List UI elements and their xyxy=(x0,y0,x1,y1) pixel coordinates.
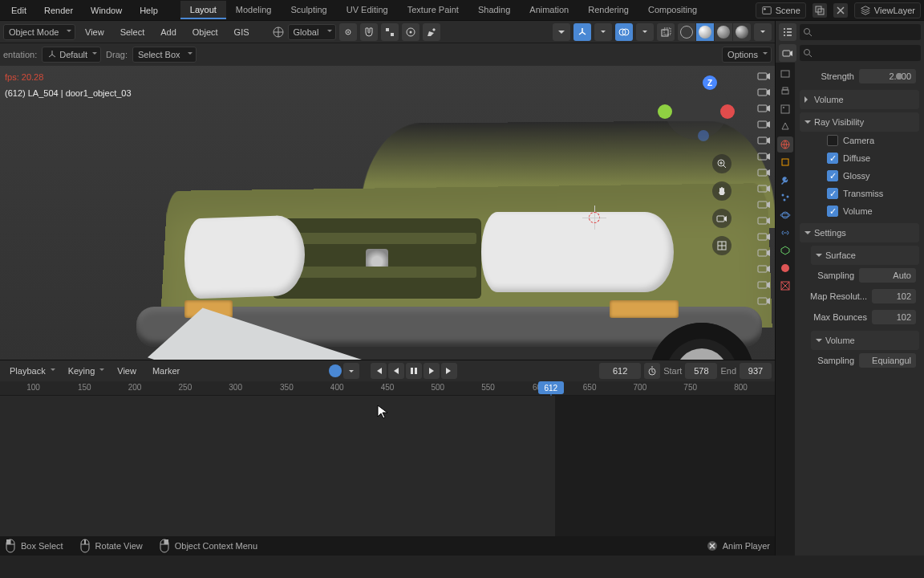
overlays-toggle[interactable] xyxy=(615,23,633,41)
glossy-checkbox[interactable] xyxy=(827,170,838,181)
autokey-toggle[interactable] xyxy=(329,364,342,377)
tab-data[interactable] xyxy=(777,242,793,258)
pause-button[interactable] xyxy=(406,363,422,379)
menu-render[interactable]: Render xyxy=(36,2,81,18)
map-resolution-field[interactable]: 102 xyxy=(872,289,916,303)
options-dropdown[interactable]: Options xyxy=(722,47,772,63)
tab-physics[interactable] xyxy=(777,207,793,223)
menu-help[interactable]: Help xyxy=(132,2,166,18)
gizmo-dropdown[interactable] xyxy=(594,23,612,41)
camera-restrict-icon[interactable] xyxy=(757,119,772,130)
camera-restrict-icon[interactable] xyxy=(757,295,772,307)
tab-viewlayer[interactable] xyxy=(777,101,793,117)
max-bounces-field[interactable]: 102 xyxy=(872,310,916,324)
menu-edit[interactable]: Edit xyxy=(3,2,34,18)
ws-compositing[interactable]: Compositing xyxy=(638,1,707,19)
hdr-add[interactable]: Add xyxy=(154,24,183,40)
snap-dropdown[interactable] xyxy=(381,23,399,41)
playback-menu[interactable]: Playback xyxy=(3,363,59,379)
camera-restrict-icon[interactable] xyxy=(757,247,772,258)
tab-world[interactable] xyxy=(777,136,793,153)
camera-restrict-icon[interactable] xyxy=(757,151,772,162)
outliner-display-mode[interactable] xyxy=(779,23,796,41)
camera-restrict-icon[interactable] xyxy=(757,263,772,275)
tl-view-menu[interactable]: View xyxy=(111,363,143,379)
camera-view-button[interactable] xyxy=(712,209,732,228)
end-frame-field[interactable]: 937 xyxy=(740,363,772,379)
next-keyframe-button[interactable] xyxy=(424,363,440,379)
camera-restrict-icon[interactable] xyxy=(757,199,772,210)
prev-keyframe-button[interactable] xyxy=(388,363,404,379)
camera-restrict-icon[interactable] xyxy=(757,135,772,146)
tab-constraints[interactable] xyxy=(777,225,793,241)
camera-restrict-icon[interactable] xyxy=(757,231,772,242)
playhead[interactable]: 612 xyxy=(538,381,564,394)
settings-panel-header[interactable]: Settings xyxy=(800,223,919,242)
axis-x[interactable] xyxy=(720,104,735,119)
drag-dropdown[interactable]: Select Box xyxy=(132,47,197,63)
tl-marker-menu[interactable]: Marker xyxy=(146,363,186,379)
volume-panel-header[interactable]: Volume xyxy=(800,90,919,109)
mode-dropdown[interactable]: Object Mode xyxy=(3,24,75,40)
axis-y[interactable] xyxy=(658,104,672,119)
shading-rendered[interactable] xyxy=(733,23,751,41)
xray-toggle[interactable] xyxy=(657,23,675,41)
camera-restrict-icon[interactable] xyxy=(757,279,772,291)
tab-output[interactable] xyxy=(777,83,793,100)
scene-delete-button[interactable] xyxy=(833,3,848,18)
scene-selector[interactable]: Scene xyxy=(756,2,806,18)
autokey-dropdown[interactable] xyxy=(343,363,359,379)
volume-subpanel-header[interactable]: Volume xyxy=(811,331,919,350)
ws-layout[interactable]: Layout xyxy=(180,1,226,19)
shading-matprev[interactable] xyxy=(715,23,732,41)
keying-menu[interactable]: Keying xyxy=(62,363,108,379)
outliner-search[interactable] xyxy=(800,24,921,40)
hdr-view[interactable]: View xyxy=(79,24,111,40)
jump-start-button[interactable] xyxy=(371,363,387,379)
tab-object[interactable] xyxy=(777,154,793,170)
camera-checkbox[interactable] xyxy=(827,135,838,146)
viewport-3d[interactable]: fps: 20.28 (612) LA_504 | door1_object_0… xyxy=(0,66,775,360)
shading-dropdown[interactable] xyxy=(754,23,772,41)
camera-restrict-icon[interactable] xyxy=(757,71,772,82)
volume-checkbox[interactable] xyxy=(827,206,838,217)
start-frame-field[interactable]: 578 xyxy=(685,363,717,379)
ws-sculpting[interactable]: Sculpting xyxy=(281,1,336,19)
object-types-dropdown[interactable] xyxy=(553,23,570,41)
shading-solid[interactable] xyxy=(696,23,714,41)
persp-ortho-button[interactable] xyxy=(712,236,732,255)
orientation-dropdown[interactable]: Global xyxy=(288,24,336,40)
viewlayer-selector[interactable]: ViewLayer xyxy=(854,2,921,18)
camera-restrict-icon[interactable] xyxy=(757,103,772,114)
jump-end-button[interactable] xyxy=(441,363,457,379)
hdr-gis[interactable]: GIS xyxy=(228,24,256,40)
status-anim-player[interactable]: Anim Player xyxy=(707,540,770,552)
ws-rendering[interactable]: Rendering xyxy=(578,1,638,19)
snap-toggle[interactable] xyxy=(360,23,378,41)
tab-render[interactable] xyxy=(777,66,793,82)
axis-neg-z[interactable] xyxy=(698,130,709,141)
orientation-default-dropdown[interactable]: Default xyxy=(42,47,101,63)
tab-scene[interactable] xyxy=(777,119,793,135)
hdr-select[interactable]: Select xyxy=(114,24,152,40)
strength-slider[interactable]: 2.000 xyxy=(859,69,916,83)
tab-modifiers[interactable] xyxy=(777,172,793,188)
ws-modeling[interactable]: Modeling xyxy=(226,1,282,19)
annotation-toggle[interactable] xyxy=(423,23,440,41)
scene-new-button[interactable] xyxy=(813,3,827,18)
equiangular-field[interactable]: Equiangul xyxy=(859,353,916,368)
ws-texturepaint[interactable]: Texture Paint xyxy=(398,1,468,19)
prop-datablock-selector[interactable] xyxy=(779,44,796,62)
pan-button[interactable] xyxy=(712,181,732,201)
camera-restrict-icon[interactable] xyxy=(757,183,772,194)
ray-visibility-header[interactable]: Ray Visibility xyxy=(800,112,919,132)
shading-wireframe[interactable] xyxy=(678,23,695,41)
ws-shading[interactable]: Shading xyxy=(468,1,520,19)
current-frame-field[interactable]: 612 xyxy=(599,363,641,379)
timer-icon-button[interactable] xyxy=(644,363,660,379)
transmission-checkbox[interactable] xyxy=(827,188,838,199)
surface-subpanel-header[interactable]: Surface xyxy=(811,246,919,265)
camera-restrict-icon[interactable] xyxy=(757,87,772,98)
overlays-dropdown[interactable] xyxy=(636,23,654,41)
nav-gizmo[interactable]: Z xyxy=(664,75,736,148)
